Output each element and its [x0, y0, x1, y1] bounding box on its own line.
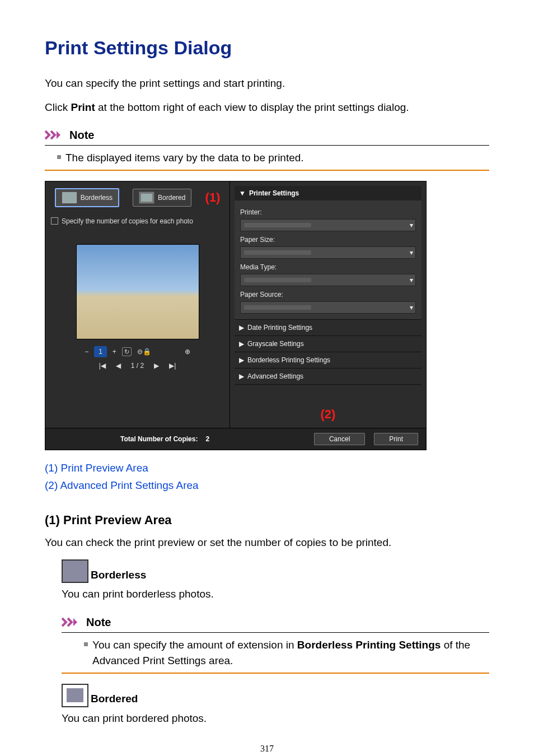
note-rule-bottom: [45, 170, 489, 171]
last-page-button[interactable]: ▶|: [169, 361, 176, 371]
expand-icon: ▶: [239, 339, 244, 349]
intro-line-1: You can specify the print settings and s…: [45, 76, 489, 92]
copies-plus-button[interactable]: +: [113, 347, 116, 357]
note-2-header: Note: [62, 614, 489, 631]
tab-borderless[interactable]: Borderless: [55, 188, 119, 207]
media-type-label: Media Type:: [240, 262, 416, 272]
bullet-icon: [84, 642, 88, 646]
media-type-select[interactable]: ▾: [240, 274, 416, 286]
intro-2-a: Click: [45, 101, 71, 113]
note-2-rule-bottom: [62, 673, 489, 674]
print-button[interactable]: Print: [374, 433, 418, 445]
note-icon: [62, 617, 83, 627]
note-2-body: You can specify the amount of extension …: [84, 637, 489, 669]
section-1-intro: You can check the print preview or set t…: [45, 535, 489, 551]
dropdown-icon: ▾: [410, 248, 413, 258]
note-2-text: You can specify the amount of extension …: [92, 637, 489, 669]
first-page-button[interactable]: |◀: [99, 361, 106, 371]
note-icon: [45, 130, 66, 140]
print-preview-image: − 1 + ↻ ⊖🔒 ⊕ |◀ ◀ 1 / 2 ▶ ▶|: [76, 244, 199, 339]
borderless-item-title: Borderless: [91, 567, 146, 584]
anchor-links: (1) Print Preview Area (2) Advanced Prin…: [45, 460, 489, 494]
bordered-item-title: Bordered: [91, 691, 138, 707]
borderless-icon: [62, 559, 88, 583]
prev-page-button[interactable]: ◀: [116, 361, 121, 371]
note-1-body: The displayed items vary by the data to …: [57, 150, 489, 166]
intro-2-print-word: Print: [71, 101, 95, 113]
intro-2-c: at the bottom right of each view to disp…: [95, 101, 409, 113]
advanced-settings-label: Advanced Settings: [247, 371, 303, 381]
bullet-icon: [57, 155, 61, 159]
copies-minus-button[interactable]: −: [85, 347, 88, 357]
printer-settings-title: Printer Settings: [249, 188, 299, 198]
settings-pane: ▼ Printer Settings Printer: ▾ Paper Size…: [230, 181, 426, 428]
callout-2: (2): [321, 407, 336, 421]
borderless-item-header: Borderless: [62, 559, 489, 583]
collapse-icon: ▼: [239, 188, 246, 198]
intro-line-2: Click Print at the bottom right of each …: [45, 100, 489, 116]
expand-icon: ▶: [239, 323, 244, 333]
grayscale-label: Grayscale Settings: [247, 339, 304, 349]
paper-source-label: Paper Source:: [240, 290, 416, 300]
dropdown-icon: ▾: [410, 302, 413, 312]
page-number: 317: [45, 742, 489, 755]
page-indicator: 1 / 2: [131, 361, 144, 371]
bordered-item-desc: You can print bordered photos.: [62, 711, 489, 727]
total-copies-label: Total Number of Copies:: [120, 434, 198, 444]
page-title: Print Settings Dialog: [45, 34, 489, 62]
borderless-thumb-icon: [62, 192, 77, 204]
dropdown-icon: ▾: [410, 220, 413, 230]
borderless-item-desc: You can print borderless photos.: [62, 586, 489, 603]
bordered-item-header: Bordered: [62, 684, 489, 707]
tab-bordered[interactable]: Bordered: [133, 189, 191, 207]
printer-label: Printer:: [240, 207, 416, 217]
page-nav: |◀ ◀ 1 / 2 ▶ ▶|: [99, 361, 176, 371]
bordered-thumb-icon: [139, 192, 154, 204]
copies-per-photo-checkbox[interactable]: Specify the number of copies for each ph…: [51, 216, 224, 226]
print-settings-dialog-screenshot: Borderless Bordered (1) Specify the numb…: [45, 181, 427, 450]
copies-count: 1: [94, 346, 107, 357]
printer-settings-header[interactable]: ▼ Printer Settings: [235, 186, 421, 200]
note-2-b: Borderless Printing Settings: [297, 639, 441, 651]
next-page-button[interactable]: ▶: [154, 361, 159, 371]
link-advanced-print-settings-area[interactable]: (2) Advanced Print Settings Area: [45, 479, 199, 491]
note-2-rule-top: [62, 632, 489, 633]
trim-lock-icon[interactable]: ⊖🔒: [137, 347, 151, 357]
zoom-icon[interactable]: ⊕: [185, 347, 190, 357]
expand-icon: ▶: [239, 355, 244, 365]
tab-bordered-label: Bordered: [158, 193, 185, 203]
bordered-icon: [62, 684, 88, 707]
borderless-settings-label: Borderless Printing Settings: [247, 355, 330, 365]
note-label: Note: [69, 127, 94, 143]
note-2-a: You can specify the amount of extension …: [92, 639, 297, 651]
callout-1: (1): [205, 188, 220, 207]
total-copies: Total Number of Copies: 2: [120, 434, 209, 444]
link-print-preview-area[interactable]: (1) Print Preview Area: [45, 462, 148, 474]
note-2-label: Note: [86, 614, 111, 631]
tab-borderless-label: Borderless: [81, 193, 113, 203]
advanced-settings-section[interactable]: ▶Advanced Settings: [235, 368, 421, 385]
paper-source-select[interactable]: ▾: [240, 301, 416, 314]
note-rule-top: [45, 145, 489, 146]
expand-icon: ▶: [239, 371, 244, 381]
total-copies-value: 2: [205, 434, 209, 444]
preview-pane: Borderless Bordered (1) Specify the numb…: [45, 181, 230, 428]
checkbox-icon: [51, 217, 58, 225]
dropdown-icon: ▾: [410, 275, 413, 285]
printer-select[interactable]: ▾: [240, 219, 416, 231]
section-1-title: (1) Print Preview Area: [45, 511, 489, 529]
preview-toolbar: − 1 + ↻ ⊖🔒 ⊕: [85, 346, 190, 357]
date-printing-settings-section[interactable]: ▶Date Printing Settings: [235, 319, 421, 335]
note-1-text: The displayed items vary by the data to …: [65, 150, 304, 166]
rotate-button[interactable]: ↻: [122, 347, 132, 356]
grayscale-settings-section[interactable]: ▶Grayscale Settings: [235, 335, 421, 352]
cancel-button[interactable]: Cancel: [314, 433, 365, 445]
date-printing-label: Date Printing Settings: [247, 323, 312, 333]
note-header: Note: [45, 127, 489, 143]
copies-checkbox-label: Specify the number of copies for each ph…: [62, 216, 193, 226]
paper-size-select[interactable]: ▾: [240, 246, 416, 259]
paper-size-label: Paper Size:: [240, 235, 416, 245]
borderless-printing-settings-section[interactable]: ▶Borderless Printing Settings: [235, 352, 421, 368]
